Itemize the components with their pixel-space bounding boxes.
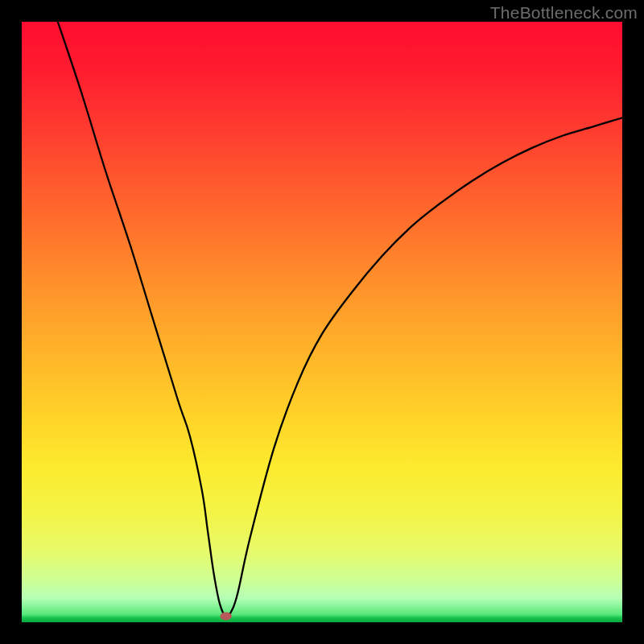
curve-layer <box>22 22 622 622</box>
plot-area <box>22 22 622 622</box>
minimum-marker <box>220 613 231 621</box>
chart-frame: TheBottleneck.com <box>0 0 644 644</box>
bottleneck-curve <box>58 22 622 617</box>
watermark-text: TheBottleneck.com <box>490 3 638 23</box>
